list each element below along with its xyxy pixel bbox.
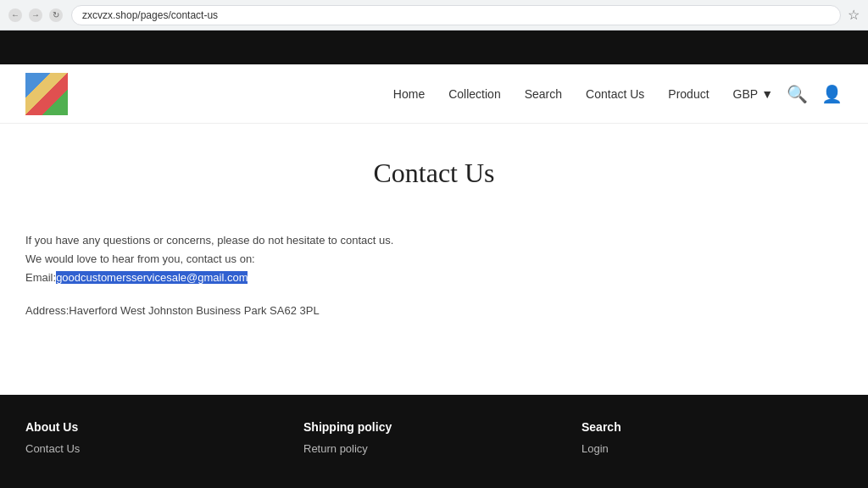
bookmark-icon[interactable]: ☆ [848, 7, 860, 23]
footer-link-return-policy[interactable]: Return policy [303, 442, 565, 455]
currency-dropdown-icon: ▼ [761, 87, 773, 101]
site-header: Home Collection Search Contact Us Produc… [0, 64, 868, 124]
intro-line2: We would love to hear from you, contact … [25, 250, 534, 269]
footer-link-login[interactable]: Login [581, 442, 843, 455]
nav-link-search[interactable]: Search [525, 87, 562, 101]
nav-link-contact-us[interactable]: Contact Us [586, 87, 644, 101]
site-footer: About Us Contact Us Shipping policy Retu… [0, 395, 868, 488]
browser-controls: ← → ↻ [8, 8, 63, 22]
nav-link-home[interactable]: Home [393, 87, 425, 101]
footer-link-contact-us[interactable]: Contact Us [25, 442, 287, 455]
currency-selector[interactable]: GBP ▼ [733, 87, 773, 101]
main-content: Contact Us If you have any questions or … [0, 124, 868, 395]
logo-graphic [25, 73, 68, 115]
nav-link-collection[interactable]: Collection [448, 87, 500, 101]
footer-col-search-title: Search [581, 420, 843, 434]
top-announcement-bar [0, 30, 868, 64]
page-title: Contact Us [25, 158, 843, 189]
address-bar[interactable]: zxcvzx.shop/pages/contact-us [71, 5, 841, 25]
intro-line1: If you have any questions or concerns, p… [25, 231, 534, 250]
back-button[interactable]: ← [8, 8, 22, 22]
reload-button[interactable]: ↻ [49, 8, 63, 22]
footer-col-about-title: About Us [25, 420, 287, 434]
forward-button[interactable]: → [29, 8, 42, 22]
footer-col-search: Search Login [581, 420, 843, 455]
contact-body: If you have any questions or concerns, p… [25, 231, 534, 287]
nav-link-product[interactable]: Product [668, 87, 709, 101]
footer-col-shipping: Shipping policy Return policy [303, 420, 565, 455]
currency-value: GBP [733, 87, 759, 101]
browser-chrome: ← → ↻ zxcvzx.shop/pages/contact-us ☆ [0, 0, 868, 30]
url-text: zxcvzx.shop/pages/contact-us [82, 9, 218, 21]
footer-col-shipping-title: Shipping policy [303, 420, 565, 434]
main-nav: Home Collection Search Contact Us Produc… [393, 87, 773, 101]
footer-grid: About Us Contact Us Shipping policy Retu… [25, 420, 843, 455]
logo-area[interactable] [25, 73, 68, 115]
address-line: Address:Haverford West Johnston Business… [25, 304, 843, 317]
nav-icon-group: 🔍 👤 [787, 84, 843, 104]
account-icon-button[interactable]: 👤 [821, 84, 843, 104]
email-label: Email: [25, 271, 56, 284]
footer-col-about: About Us Contact Us [25, 420, 287, 455]
email-line: Email:goodcustomersservicesale@gmail.com [25, 269, 534, 287]
address-value: Haverford West Johnston Business Park SA… [69, 304, 319, 317]
address-label: Address: [25, 304, 69, 317]
logo-image [25, 73, 68, 115]
search-icon-button[interactable]: 🔍 [787, 84, 808, 104]
email-link[interactable]: goodcustomersservicesale@gmail.com [56, 271, 248, 284]
